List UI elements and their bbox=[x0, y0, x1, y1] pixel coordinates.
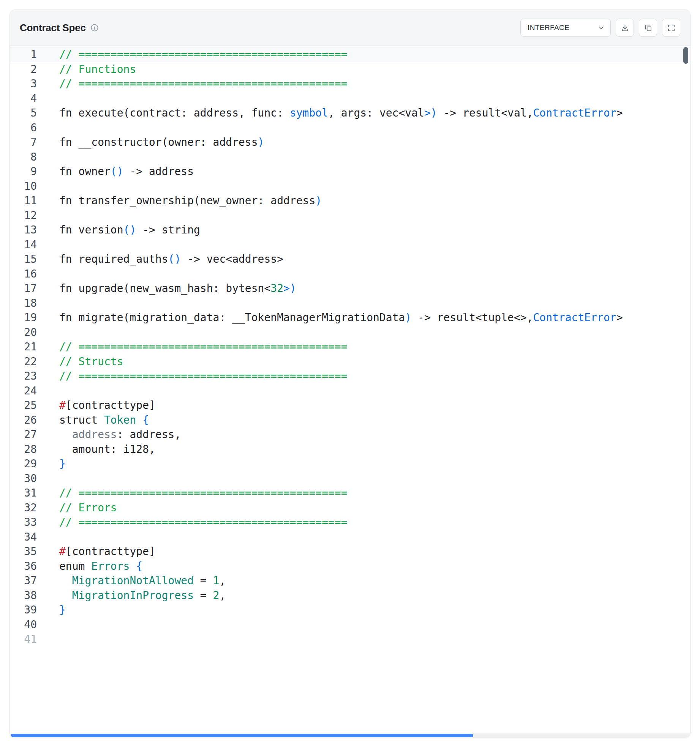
code-text: fn required_auths() -> vec<address> bbox=[59, 252, 283, 267]
download-icon bbox=[621, 24, 629, 32]
info-icon[interactable] bbox=[90, 23, 99, 32]
view-selector-value: INTERFACE bbox=[528, 24, 569, 32]
code-text: fn owner() -> address bbox=[59, 164, 194, 179]
line-number: 14 bbox=[10, 238, 46, 252]
code-line: 20 bbox=[10, 325, 690, 340]
code-lines: 1// ====================================… bbox=[10, 47, 690, 647]
code-line: 18 bbox=[10, 296, 690, 311]
line-number: 40 bbox=[10, 618, 46, 632]
code-line: 38 MigrationInProgress = 2, bbox=[10, 588, 690, 603]
code-line: 6 bbox=[10, 121, 690, 136]
code-text: // =====================================… bbox=[59, 486, 348, 501]
line-number: 37 bbox=[10, 574, 46, 588]
line-number: 22 bbox=[10, 355, 46, 369]
line-number: 31 bbox=[10, 486, 46, 501]
code-text: fn __constructor(owner: address) bbox=[59, 135, 264, 150]
code-text: // =====================================… bbox=[59, 515, 348, 530]
line-number: 36 bbox=[10, 559, 46, 574]
code-viewer[interactable]: 1// ====================================… bbox=[10, 46, 690, 738]
code-text: fn upgrade(new_wasm_hash: bytesn<32>) bbox=[59, 281, 296, 296]
horizontal-scrollbar-thumb[interactable] bbox=[11, 734, 473, 737]
code-line: 15fn required_auths() -> vec<address> bbox=[10, 252, 690, 267]
code-text: MigrationInProgress = 2, bbox=[59, 588, 226, 603]
code-text: // =====================================… bbox=[59, 340, 348, 355]
code-text: amount: i128, bbox=[59, 442, 155, 457]
code-text: fn execute(contract: address, func: symb… bbox=[59, 106, 623, 121]
line-number: 24 bbox=[10, 384, 46, 399]
code-text: fn version() -> string bbox=[59, 223, 200, 238]
code-line: 23// ===================================… bbox=[10, 369, 690, 384]
code-line: 13fn version() -> string bbox=[10, 223, 690, 238]
code-line: 40 bbox=[10, 618, 690, 632]
line-number: 18 bbox=[10, 296, 46, 311]
code-line: 32// Errors bbox=[10, 501, 690, 516]
expand-button[interactable] bbox=[662, 19, 680, 37]
code-line: 12 bbox=[10, 208, 690, 223]
code-line: 22// Structs bbox=[10, 355, 690, 369]
code-line: 35#[contracttype] bbox=[10, 544, 690, 559]
line-number: 25 bbox=[10, 398, 46, 413]
code-line: 34 bbox=[10, 530, 690, 545]
line-number: 2 bbox=[10, 62, 46, 77]
line-number: 1 bbox=[10, 47, 46, 62]
line-number: 32 bbox=[10, 501, 46, 516]
code-line: 19fn migrate(migration_data: __TokenMana… bbox=[10, 311, 690, 325]
copy-button[interactable] bbox=[639, 19, 657, 37]
code-line: 16 bbox=[10, 267, 690, 282]
code-text: struct Token { bbox=[59, 413, 149, 428]
code-text: fn migrate(migration_data: __TokenManage… bbox=[59, 311, 623, 325]
code-line: 21// ===================================… bbox=[10, 340, 690, 355]
download-button[interactable] bbox=[616, 19, 634, 37]
code-text: MigrationNotAllowed = 1, bbox=[59, 574, 226, 588]
code-text: // =====================================… bbox=[59, 47, 348, 62]
code-text: fn transfer_ownership(new_owner: address… bbox=[59, 194, 322, 208]
code-line: 24 bbox=[10, 384, 690, 399]
panel-title: Contract Spec bbox=[20, 22, 86, 34]
line-number: 20 bbox=[10, 325, 46, 340]
code-line: 5fn execute(contract: address, func: sym… bbox=[10, 106, 690, 121]
line-number: 28 bbox=[10, 442, 46, 457]
code-text: // Functions bbox=[59, 62, 136, 77]
horizontal-scrollbar[interactable] bbox=[10, 733, 690, 738]
line-number: 4 bbox=[10, 91, 46, 106]
expand-icon bbox=[667, 24, 676, 32]
line-number: 29 bbox=[10, 457, 46, 471]
chevron-down-icon bbox=[597, 24, 605, 32]
code-line: 10 bbox=[10, 179, 690, 194]
code-line: 8 bbox=[10, 150, 690, 165]
code-line: 28 amount: i128, bbox=[10, 442, 690, 457]
line-number: 41 bbox=[10, 632, 46, 647]
code-line: 25#[contracttype] bbox=[10, 398, 690, 413]
code-line: 27 address: address, bbox=[10, 427, 690, 442]
code-line: 41 bbox=[10, 632, 690, 647]
line-number: 3 bbox=[10, 77, 46, 91]
code-line: 39} bbox=[10, 603, 690, 618]
view-selector[interactable]: INTERFACE bbox=[520, 19, 611, 37]
line-number: 8 bbox=[10, 150, 46, 165]
vertical-scrollbar-thumb[interactable] bbox=[683, 47, 688, 64]
line-number: 19 bbox=[10, 311, 46, 325]
code-text: } bbox=[59, 457, 66, 471]
line-number: 6 bbox=[10, 121, 46, 136]
code-line: 26struct Token { bbox=[10, 413, 690, 428]
code-text: // Errors bbox=[59, 501, 117, 516]
contract-spec-panel: Contract Spec INTERFACE bbox=[9, 9, 691, 738]
code-line: 14 bbox=[10, 238, 690, 252]
line-number: 30 bbox=[10, 471, 46, 486]
code-line: 29} bbox=[10, 457, 690, 471]
header-actions: INTERFACE bbox=[520, 19, 680, 37]
line-number: 12 bbox=[10, 208, 46, 223]
code-text: // =====================================… bbox=[59, 369, 348, 384]
code-text: #[contracttype] bbox=[59, 544, 155, 559]
line-number: 34 bbox=[10, 530, 46, 545]
code-line: 37 MigrationNotAllowed = 1, bbox=[10, 574, 690, 588]
line-number: 15 bbox=[10, 252, 46, 267]
line-number: 26 bbox=[10, 413, 46, 428]
copy-icon bbox=[644, 24, 653, 32]
line-number: 23 bbox=[10, 369, 46, 384]
code-line: 9fn owner() -> address bbox=[10, 164, 690, 179]
code-line: 17fn upgrade(new_wasm_hash: bytesn<32>) bbox=[10, 281, 690, 296]
line-number: 10 bbox=[10, 179, 46, 194]
line-number: 33 bbox=[10, 515, 46, 530]
line-number: 11 bbox=[10, 194, 46, 208]
